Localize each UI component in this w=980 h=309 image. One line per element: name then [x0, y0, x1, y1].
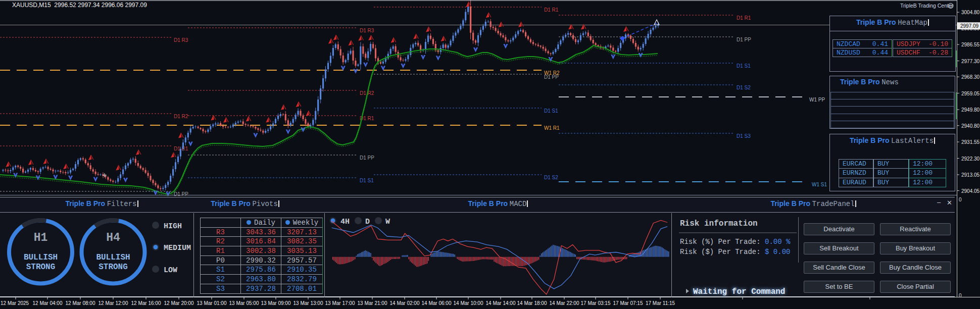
svg-text:D1 PP: D1 PP: [737, 37, 751, 42]
svg-text:D1 S2: D1 S2: [737, 85, 751, 90]
svg-text:17 Mar 11:15: 17 Mar 11:15: [646, 300, 675, 306]
svg-text:14 Mar 22:00: 14 Mar 22:00: [550, 300, 579, 306]
svg-text:13 Mar 13:00: 13 Mar 13:00: [293, 300, 323, 306]
svg-text:2977.30: 2977.30: [961, 59, 980, 64]
svg-text:W1 PP: W1 PP: [809, 97, 825, 102]
svg-text:D1 S3: D1 S3: [737, 133, 751, 139]
svg-text:D1 S1: D1 S1: [737, 63, 751, 69]
svg-text:2940.80: 2940.80: [961, 123, 980, 129]
svg-text:D1 R2: D1 R2: [174, 114, 188, 119]
svg-text:2959.05: 2959.05: [961, 91, 980, 96]
svg-text:13 Mar 17:00: 13 Mar 17:00: [325, 300, 355, 306]
svg-text:D1 R1: D1 R1: [544, 7, 559, 13]
svg-text:12 Mar 2025: 12 Mar 2025: [1, 300, 29, 306]
svg-text:2913.05: 2913.05: [961, 172, 980, 178]
svg-text:D1 R3: D1 R3: [360, 28, 374, 33]
svg-text:2922.30: 2922.30: [961, 156, 980, 162]
svg-text:W1 R2: W1 R2: [544, 70, 560, 76]
svg-text:14 Mar 10:00: 14 Mar 10:00: [454, 300, 483, 306]
svg-text:TripleB Trading Center: TripleB Trading Center: [900, 3, 954, 9]
svg-text:12 Mar 08:00: 12 Mar 08:00: [66, 300, 95, 306]
svg-text:13 Mar 21:00: 13 Mar 21:00: [358, 300, 387, 306]
svg-text:2931.55: 2931.55: [961, 139, 980, 145]
svg-text:D1 S2: D1 S2: [544, 175, 558, 180]
svg-text:D1 R3: D1 R3: [174, 37, 188, 43]
svg-text:W1 S1: W1 S1: [812, 182, 827, 187]
svg-text:17 Mar 03:15: 17 Mar 03:15: [581, 300, 611, 306]
svg-text:D1 S1: D1 S1: [360, 178, 374, 183]
svg-text:XAUUSD,M15 2996.52 2997.34 29: XAUUSD,M15 2996.52 2997.34 2996.06 2997.…: [12, 2, 147, 9]
svg-text:14 Mar 18:00: 14 Mar 18:00: [517, 300, 547, 306]
svg-text:D1 PP: D1 PP: [174, 191, 188, 197]
svg-text:12 Mar 16:00: 12 Mar 16:00: [131, 300, 161, 306]
svg-text:W1 R1: W1 R1: [544, 125, 560, 131]
svg-text:2904.05: 2904.05: [961, 188, 980, 194]
svg-text:17 Mar 07:15: 17 Mar 07:15: [613, 300, 643, 306]
svg-text:D1 R1: D1 R1: [737, 15, 751, 21]
svg-text:2986.55: 2986.55: [961, 42, 980, 47]
svg-text:14 Mar 02:00: 14 Mar 02:00: [390, 300, 420, 306]
svg-text:12 Mar 04:00: 12 Mar 04:00: [33, 300, 63, 306]
svg-text:14 Mar 06:00: 14 Mar 06:00: [422, 300, 452, 306]
svg-text:13 Mar 05:00: 13 Mar 05:00: [229, 300, 259, 306]
svg-text:0: 0: [959, 293, 962, 298]
svg-text:3004.80: 3004.80: [961, 10, 980, 15]
svg-text:13 Mar 01:00: 13 Mar 01:00: [197, 300, 227, 306]
svg-text:2949.80: 2949.80: [961, 107, 980, 113]
svg-text:D1 PP: D1 PP: [360, 155, 374, 161]
svg-text:0: 0: [959, 197, 962, 202]
svg-text:2968.30: 2968.30: [961, 74, 980, 80]
svg-text:13 Mar 09:00: 13 Mar 09:00: [261, 300, 291, 306]
svg-text:12 Mar 12:00: 12 Mar 12:00: [99, 300, 128, 306]
svg-text:12 Mar 20:00: 12 Mar 20:00: [164, 300, 194, 306]
svg-text:D1 S1: D1 S1: [544, 108, 558, 114]
svg-text:14 Mar 14:00: 14 Mar 14:00: [486, 300, 516, 306]
svg-text:2997.09: 2997.09: [960, 23, 979, 29]
